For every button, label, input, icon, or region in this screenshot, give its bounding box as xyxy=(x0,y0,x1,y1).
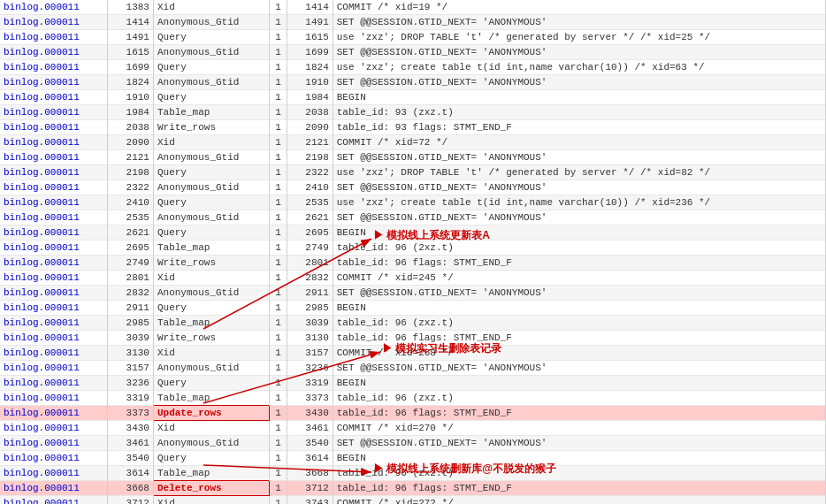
col-type: Anonymous_Gtid xyxy=(153,75,269,90)
table-row: binlog.000011 2322 Anonymous_Gtid 1 2410… xyxy=(0,180,826,195)
col-num: 1 xyxy=(269,60,287,75)
col-num: 1 xyxy=(269,466,287,481)
table-row: binlog.000011 3430 Xid 1 3461 COMMIT /* … xyxy=(0,421,826,436)
col-type: Xid xyxy=(153,421,269,436)
col-file: binlog.000011 xyxy=(0,120,108,135)
table-row: binlog.000011 3039 Write_rows 1 3130 tab… xyxy=(0,331,826,346)
col-num: 1 xyxy=(269,271,287,286)
col-num: 1 xyxy=(269,286,287,301)
col-type: Query xyxy=(153,301,269,316)
col-type: Anonymous_Gtid xyxy=(153,286,269,301)
col-type: Write_rows xyxy=(153,120,269,135)
col-pos1: 3461 xyxy=(108,436,154,451)
table-row: binlog.000011 2801 Xid 1 2832 COMMIT /* … xyxy=(0,271,826,286)
table-row: binlog.000011 1615 Anonymous_Gtid 1 1699… xyxy=(0,45,826,60)
col-type: Query xyxy=(153,60,269,75)
col-num: 1 xyxy=(269,361,287,376)
col-info: SET @@SESSION.GTID_NEXT= 'ANONYMOUS' xyxy=(333,180,825,195)
col-pos2: 1615 xyxy=(287,30,333,45)
table-row: binlog.000011 3540 Query 1 3614 BEGIN xyxy=(0,451,826,466)
table-row: binlog.000011 1984 Table_map 1 2038 tabl… xyxy=(0,105,826,120)
col-pos1: 3712 xyxy=(108,496,154,505)
col-num: 1 xyxy=(269,0,287,15)
col-info: table_id: 96 flags: STMT_END_F xyxy=(333,406,825,421)
col-info: use 'zxz'; DROP TABLE 't' /* generated b… xyxy=(333,165,825,180)
col-info: table_id: 96 flags: STMT_END_F xyxy=(333,331,825,346)
col-pos1: 1383 xyxy=(108,0,154,15)
col-info: BEGIN xyxy=(333,225,825,241)
table-row: binlog.000011 1383 Xid 1 1414 COMMIT /* … xyxy=(0,0,826,15)
col-type: Query xyxy=(153,376,269,391)
col-type: Update_rows xyxy=(153,406,269,421)
col-info: BEGIN xyxy=(333,451,825,466)
col-num: 1 xyxy=(269,180,287,195)
col-info: table_id: 96 (zxz.t) xyxy=(333,391,825,406)
col-type: Anonymous_Gtid xyxy=(153,180,269,195)
col-file: binlog.000011 xyxy=(0,90,108,105)
table-row: binlog.000011 3130 Xid 1 3157 COMMIT /* … xyxy=(0,346,826,361)
log-table: binlog.000011 1383 Xid 1 1414 COMMIT /* … xyxy=(0,0,826,504)
col-type: Delete_rows xyxy=(153,481,269,496)
col-pos2: 2198 xyxy=(287,150,333,165)
col-num: 1 xyxy=(269,301,287,316)
table-row: binlog.000011 1491 Query 1 1615 use 'zxz… xyxy=(0,30,826,45)
col-type: Write_rows xyxy=(153,331,269,346)
col-info: SET @@SESSION.GTID_NEXT= 'ANONYMOUS' xyxy=(333,45,825,60)
col-pos2: 1824 xyxy=(287,60,333,75)
col-num: 1 xyxy=(269,165,287,180)
col-pos1: 1984 xyxy=(108,105,154,120)
col-file: binlog.000011 xyxy=(0,376,108,391)
col-pos1: 1615 xyxy=(108,45,154,60)
col-pos1: 2695 xyxy=(108,241,154,256)
table-row: binlog.000011 3236 Query 1 3319 BEGIN xyxy=(0,376,826,391)
table-row: binlog.000011 2621 Query 1 2695 BEGIN xyxy=(0,225,826,241)
col-pos1: 2322 xyxy=(108,180,154,195)
col-num: 1 xyxy=(269,346,287,361)
col-info: use 'zxz'; DROP TABLE 't' /* generated b… xyxy=(333,30,825,45)
col-file: binlog.000011 xyxy=(0,30,108,45)
col-file: binlog.000011 xyxy=(0,346,108,361)
col-info: SET @@SESSION.GTID_NEXT= 'ANONYMOUS' xyxy=(333,15,825,30)
col-type: Anonymous_Gtid xyxy=(153,361,269,376)
col-num: 1 xyxy=(269,45,287,60)
col-type: Anonymous_Gtid xyxy=(153,210,269,225)
col-pos2: 3236 xyxy=(287,361,333,376)
col-pos1: 3319 xyxy=(108,391,154,406)
col-pos1: 3540 xyxy=(108,451,154,466)
col-num: 1 xyxy=(269,210,287,225)
table-row: binlog.000011 2038 Write_rows 1 2090 tab… xyxy=(0,120,826,135)
col-info: COMMIT /* xid=245 */ xyxy=(333,271,825,286)
col-info: table_id: 96 (zxz.t) xyxy=(333,316,825,331)
table-row: binlog.000011 1824 Anonymous_Gtid 1 1910… xyxy=(0,75,826,90)
col-file: binlog.000011 xyxy=(0,451,108,466)
table-row: binlog.000011 3712 Xid 1 3743 COMMIT /* … xyxy=(0,496,826,505)
col-info: table_id: 96 flags: STMT_END_F xyxy=(333,256,825,271)
col-type: Anonymous_Gtid xyxy=(153,15,269,30)
col-pos2: 3461 xyxy=(287,421,333,436)
col-file: binlog.000011 xyxy=(0,301,108,316)
col-pos1: 3668 xyxy=(108,481,154,496)
table-row: binlog.000011 3157 Anonymous_Gtid 1 3236… xyxy=(0,361,826,376)
col-file: binlog.000011 xyxy=(0,436,108,451)
col-pos1: 1491 xyxy=(108,30,154,45)
col-num: 1 xyxy=(269,241,287,256)
col-num: 1 xyxy=(269,225,287,241)
col-pos1: 2121 xyxy=(108,150,154,165)
col-num: 1 xyxy=(269,135,287,150)
table-row: binlog.000011 3668 Delete_rows 1 3712 ta… xyxy=(0,481,826,496)
col-pos2: 2832 xyxy=(287,271,333,286)
col-type: Xid xyxy=(153,135,269,150)
col-pos1: 2985 xyxy=(108,316,154,331)
col-file: binlog.000011 xyxy=(0,165,108,180)
table-row: binlog.000011 2911 Query 1 2985 BEGIN xyxy=(0,301,826,316)
col-type: Table_map xyxy=(153,105,269,120)
col-type: Xid xyxy=(153,271,269,286)
col-type: Anonymous_Gtid xyxy=(153,436,269,451)
col-file: binlog.000011 xyxy=(0,316,108,331)
col-pos2: 1984 xyxy=(287,90,333,105)
col-num: 1 xyxy=(269,150,287,165)
col-num: 1 xyxy=(269,451,287,466)
col-file: binlog.000011 xyxy=(0,406,108,421)
col-pos2: 1699 xyxy=(287,45,333,60)
col-file: binlog.000011 xyxy=(0,481,108,496)
